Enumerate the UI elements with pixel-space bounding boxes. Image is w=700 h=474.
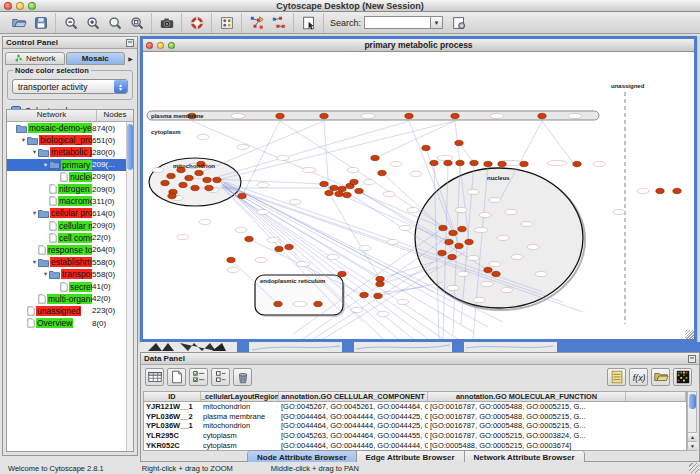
graph-node[interactable] — [335, 191, 343, 196]
tree-scrollbar[interactable] — [126, 122, 133, 451]
tree-row[interactable]: ▼biological_process651(0) — [7, 134, 126, 146]
tree-scrollbar-thumb[interactable] — [127, 124, 133, 170]
graph-node[interactable] — [227, 257, 235, 262]
zoom-in-icon[interactable] — [83, 13, 102, 32]
tree-row[interactable]: ▼transport558(0) — [7, 268, 126, 280]
snapshot-camera-icon[interactable] — [157, 13, 176, 32]
graph-node[interactable] — [484, 267, 492, 272]
table-cell[interactable]: [GO:0016787, GO:0005488, GO:0005215, G..… — [428, 412, 626, 421]
tree-row[interactable]: ▼cellular process614(0) — [7, 207, 126, 219]
combo-stepper-icon[interactable]: ▲▼ — [114, 80, 127, 93]
graph-node[interactable] — [238, 193, 246, 198]
table-cell[interactable]: [GO:0045263, GO:0044464, GO:0044455, G..… — [279, 431, 428, 440]
graph-node[interactable] — [350, 179, 358, 184]
tree-row[interactable]: mosaic-demo-yeast874(0) — [7, 122, 126, 134]
zoom-region-icon[interactable] — [127, 13, 146, 32]
graph-node[interactable] — [455, 243, 463, 248]
tab-network[interactable]: Network — [5, 52, 65, 65]
graph-node[interactable] — [330, 185, 338, 190]
table-cell[interactable]: YPL036W__1 — [144, 421, 201, 430]
graph-node[interactable] — [573, 161, 581, 166]
table-cell[interactable]: cytoplasm — [201, 441, 279, 450]
graph-node[interactable] — [470, 160, 478, 165]
graph-node[interactable] — [185, 175, 193, 180]
expand-arrow-icon[interactable]: ▼ — [31, 259, 38, 265]
table-cell[interactable]: plasma membrane — [201, 412, 279, 421]
graph-node[interactable] — [444, 160, 452, 165]
table-scrollbar[interactable]: ▲ ▼ — [687, 391, 697, 451]
notes-icon[interactable] — [607, 368, 626, 386]
table-cell[interactable]: [GO:0044464, GO:0044446, GO:0044444, G..… — [279, 441, 428, 450]
graph-node[interactable] — [451, 113, 459, 118]
expand-arrow-icon[interactable]: ▼ — [42, 162, 49, 168]
graph-node[interactable] — [445, 239, 453, 244]
table-cell[interactable]: [GO:0044464, GO:0044444, GO:0044425, G..… — [279, 421, 428, 430]
annotation-icon[interactable] — [299, 13, 318, 32]
float-panel-icon[interactable] — [126, 39, 134, 47]
save-icon[interactable] — [31, 13, 50, 32]
graph-node[interactable] — [656, 188, 664, 193]
tree-row[interactable]: Overview8(0) — [7, 317, 126, 329]
graph-node[interactable] — [538, 113, 546, 118]
scroll-down-icon[interactable]: ▼ — [688, 441, 697, 450]
graph-node[interactable] — [371, 155, 379, 160]
graph-node[interactable] — [673, 188, 681, 193]
tree-row[interactable]: ▼primary metabo209(... — [7, 159, 126, 171]
tree-row[interactable]: ▼establishment of lo558(0) — [7, 256, 126, 268]
graph-node[interactable] — [520, 161, 528, 166]
graph-node[interactable] — [320, 113, 328, 118]
table-row[interactable]: YLR295Ccytoplasm[GO:0045263, GO:0044464,… — [144, 431, 686, 441]
import-attr-icon[interactable] — [651, 368, 670, 386]
graph-node[interactable] — [161, 180, 169, 185]
table-row[interactable]: YPL036W__1mitochondrion[GO:0044464, GO:0… — [144, 421, 686, 431]
tab-scroll-right-icon[interactable]: ▶ — [126, 52, 135, 65]
column-header[interactable]: ID — [144, 392, 201, 401]
graph-node[interactable] — [213, 177, 221, 182]
tree-row[interactable]: cellular metabo209(0) — [7, 220, 126, 232]
tree-col-network[interactable]: Network — [7, 110, 97, 121]
graph-node[interactable] — [498, 161, 506, 166]
expand-arrow-icon[interactable]: ▼ — [31, 149, 38, 155]
table-row[interactable]: YPL036W__2plasma membrane[GO:0044464, GO… — [144, 412, 686, 422]
table-cell[interactable]: YLR295C — [144, 431, 201, 440]
zoom-out-icon[interactable] — [61, 13, 80, 32]
zoom-fit-icon[interactable] — [105, 13, 124, 32]
network-canvas[interactable]: plasma membranecytoplasmmitochondrionnuc… — [143, 52, 694, 339]
table-row[interactable]: YKR052Ccytoplasm[GO:0044464, GO:0044446,… — [144, 440, 686, 450]
tree-row[interactable]: nitrogen compo209(0) — [7, 183, 126, 195]
graph-node[interactable] — [245, 236, 253, 241]
matrix-icon[interactable] — [673, 368, 692, 386]
graph-node[interactable] — [275, 246, 283, 251]
search-dropdown-icon[interactable]: ▼ — [430, 16, 443, 29]
graph-node[interactable] — [205, 185, 213, 190]
graph-node[interactable] — [191, 185, 199, 190]
show-all-icon[interactable] — [269, 13, 288, 32]
graph-node[interactable] — [343, 192, 351, 197]
table-scrollbar-thumb[interactable] — [689, 394, 696, 409]
graph-node[interactable] — [376, 281, 384, 286]
table-cell[interactable]: [GO:0044464, GO:0044444, GO:0044425, G..… — [279, 412, 428, 421]
graph-node[interactable] — [376, 276, 384, 281]
graph-node[interactable] — [338, 186, 346, 191]
table-cell[interactable]: YDR039C__1 — [144, 450, 201, 451]
network-graph[interactable]: plasma membranecytoplasmmitochondrionnuc… — [143, 52, 694, 339]
tree-col-nodes[interactable]: Nodes — [97, 110, 133, 121]
graph-node[interactable] — [195, 170, 203, 175]
table-cell[interactable]: mitochondrion — [201, 402, 279, 411]
graph-node[interactable] — [355, 188, 363, 193]
table-cell[interactable]: cytoplasm — [201, 431, 279, 440]
table-cell[interactable]: [GO:0045267, GO:0045261, GO:0044464, G..… — [279, 402, 428, 411]
select-attr-icon[interactable] — [189, 368, 208, 386]
vizmapper-icon[interactable] — [217, 13, 236, 32]
graph-node[interactable] — [465, 239, 473, 244]
graph-node[interactable] — [484, 161, 492, 166]
float-data-panel-icon[interactable] — [688, 355, 696, 363]
graph-node[interactable] — [492, 271, 500, 276]
table-cell[interactable]: YJR121W__1 — [144, 402, 201, 411]
graph-node[interactable] — [438, 250, 446, 255]
expand-arrow-icon[interactable]: ▼ — [20, 137, 27, 143]
table-cell[interactable]: YPL036W__2 — [144, 412, 201, 421]
graph-node[interactable] — [458, 226, 466, 231]
graph-node[interactable] — [422, 145, 430, 150]
tree-row[interactable]: ▼metabolic process280(0) — [7, 146, 126, 158]
